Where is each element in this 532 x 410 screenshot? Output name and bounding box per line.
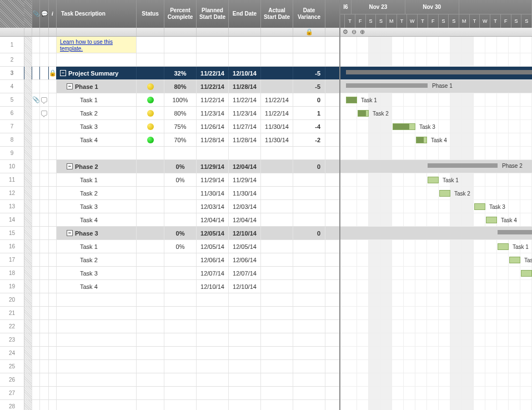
pstart-cell[interactable] (197, 347, 229, 359)
info-cell[interactable] (49, 37, 57, 53)
attachment-cell[interactable] (32, 200, 40, 213)
pstart-cell[interactable]: 11/22/14 (197, 93, 229, 106)
astart-cell[interactable]: 11/22/14 (261, 107, 293, 119)
status-cell[interactable] (137, 347, 164, 359)
status-cell[interactable] (137, 213, 164, 226)
astart-cell[interactable] (261, 293, 293, 306)
variance-cell[interactable]: -2 (293, 133, 325, 146)
end-cell[interactable]: 11/23/14 (229, 107, 261, 119)
gantt-bar[interactable]: Task 2 (358, 110, 369, 117)
gantt-bar[interactable]: Phase 1 (346, 83, 428, 88)
variance-cell[interactable] (293, 240, 325, 253)
info-cell[interactable] (49, 253, 57, 266)
pstart-cell[interactable]: 11/22/14 (197, 67, 229, 79)
pstart-cell[interactable] (197, 53, 229, 66)
status-cell[interactable] (137, 200, 164, 213)
comment-cell[interactable] (40, 280, 49, 293)
percent-cell[interactable] (164, 307, 197, 319)
pstart-cell[interactable] (197, 307, 229, 319)
grid-row[interactable]: 28 (0, 400, 339, 410)
collapse-toggle[interactable]: − (67, 83, 73, 89)
comment-cell[interactable] (40, 173, 49, 186)
info-cell[interactable] (49, 107, 57, 119)
end-cell[interactable]: 11/30/14 (229, 187, 261, 199)
variance-cell[interactable]: 0 (293, 93, 325, 106)
attachment-cell[interactable] (32, 240, 40, 253)
variance-cell[interactable] (293, 373, 325, 386)
description-cell[interactable] (57, 53, 137, 66)
pstart-cell[interactable] (197, 147, 229, 159)
variance-cell[interactable]: -5 (293, 67, 325, 79)
row-number[interactable]: 27 (0, 387, 24, 399)
info-cell[interactable] (49, 280, 57, 293)
row-number[interactable]: 19 (0, 280, 24, 293)
grid-row[interactable]: 5📎Task 1100%11/22/1411/22/1411/22/140 (0, 93, 339, 107)
attachment-cell[interactable] (32, 387, 40, 399)
grid-row[interactable]: 17Task 212/06/1412/06/14 (0, 253, 339, 267)
description-cell[interactable] (57, 147, 137, 159)
variance-cell[interactable] (293, 347, 325, 359)
variance-cell[interactable] (293, 173, 325, 186)
end-cell[interactable] (229, 320, 261, 333)
comment-cell[interactable] (40, 320, 49, 333)
astart-cell[interactable] (261, 360, 293, 373)
end-cell[interactable] (229, 347, 261, 359)
gantt-bar[interactable]: Task 4 (486, 217, 497, 223)
description-cell[interactable] (57, 333, 137, 346)
description-cell[interactable]: −Phase 2 (57, 160, 137, 173)
row-number[interactable]: 22 (0, 320, 24, 333)
status-cell[interactable] (137, 120, 164, 133)
comment-cell[interactable] (40, 107, 49, 119)
info-cell[interactable] (49, 53, 57, 66)
header-date-variance[interactable]: Date Variance (293, 0, 325, 28)
end-cell[interactable]: 11/28/14 (229, 80, 261, 93)
comment-cell[interactable] (40, 373, 49, 386)
attachment-cell[interactable] (32, 67, 40, 79)
status-cell[interactable] (137, 373, 164, 386)
grid-row[interactable]: 24 (0, 347, 339, 360)
status-cell[interactable] (137, 240, 164, 253)
variance-cell[interactable] (293, 293, 325, 306)
comment-cell[interactable] (40, 147, 49, 159)
percent-cell[interactable]: 32% (164, 67, 197, 79)
percent-cell[interactable] (164, 37, 197, 53)
row-number[interactable]: 13 (0, 200, 24, 213)
gantt-bar[interactable]: Task 1 (428, 177, 439, 183)
description-cell[interactable]: Task 2 (57, 253, 137, 266)
info-cell[interactable] (49, 187, 57, 199)
row-number[interactable]: 23 (0, 333, 24, 346)
description-cell[interactable]: Task 1 (57, 93, 137, 106)
grid-row[interactable]: 9 (0, 147, 339, 160)
end-cell[interactable]: 11/29/14 (229, 173, 261, 186)
comment-cell[interactable] (40, 387, 49, 399)
end-cell[interactable]: 11/27/14 (229, 120, 261, 133)
variance-cell[interactable] (293, 187, 325, 199)
pstart-cell[interactable]: 11/28/14 (197, 133, 229, 146)
attachment-cell[interactable] (32, 320, 40, 333)
attachment-cell[interactable] (32, 173, 40, 186)
status-cell[interactable] (137, 227, 164, 239)
end-cell[interactable]: 12/10/14 (229, 280, 261, 293)
end-cell[interactable] (229, 37, 261, 53)
pstart-cell[interactable]: 12/06/14 (197, 253, 229, 266)
info-cell[interactable] (49, 267, 57, 279)
status-cell[interactable] (137, 67, 164, 79)
status-cell[interactable] (137, 333, 164, 346)
gantt-bar[interactable] (346, 70, 532, 74)
astart-cell[interactable]: 11/30/14 (261, 133, 293, 146)
row-number[interactable]: 24 (0, 347, 24, 359)
info-cell[interactable]: 🔒 (49, 67, 57, 79)
pstart-cell[interactable]: 12/07/14 (197, 267, 229, 279)
zoom-out-icon[interactable]: ⊖ (352, 28, 357, 36)
grid-body[interactable]: 1Learn how to use this template.23🔒−Proj… (0, 37, 339, 410)
comment-cell[interactable] (40, 53, 49, 66)
comment-cell[interactable] (40, 80, 49, 93)
attachment-cell[interactable] (32, 227, 40, 239)
info-cell[interactable] (49, 320, 57, 333)
percent-cell[interactable] (164, 400, 197, 410)
astart-cell[interactable] (261, 187, 293, 199)
description-cell[interactable]: −Phase 1 (57, 80, 137, 93)
variance-cell[interactable]: -4 (293, 120, 325, 133)
attachment-cell[interactable] (32, 187, 40, 199)
grid-row[interactable]: 10−Phase 20%11/29/1412/04/140 (0, 160, 339, 173)
